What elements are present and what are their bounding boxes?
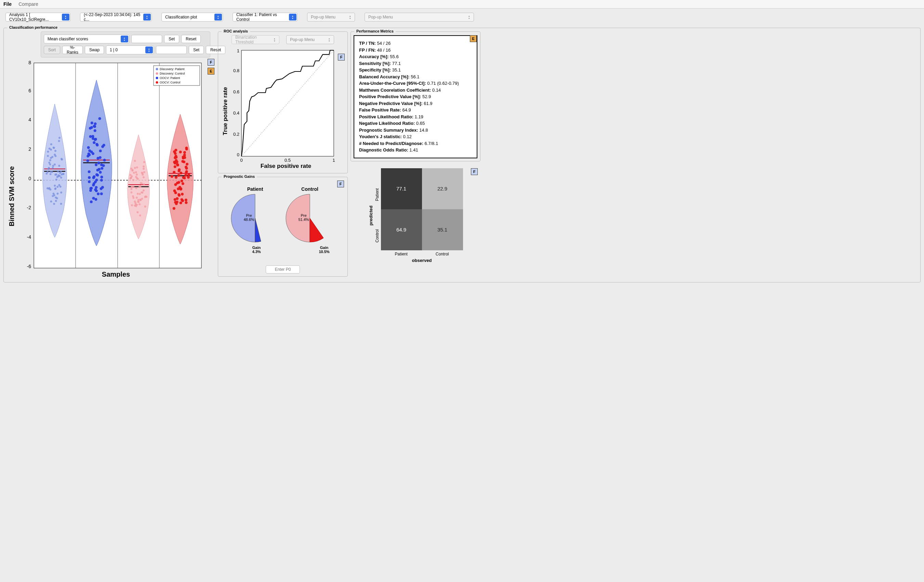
timestamp-select[interactable]: (<-22-Sep-2023 10:34:04): 145 c... (80, 13, 152, 21)
svg-point-129 (94, 198, 97, 201)
order-select[interactable]: 1 | 0 (106, 46, 154, 54)
svg-point-249 (185, 171, 188, 174)
svg-point-273 (186, 163, 188, 165)
enter-p0-input[interactable] (266, 265, 300, 274)
score-select[interactable]: Mean classifier scores (44, 35, 129, 43)
svg-point-84 (58, 175, 60, 176)
svg-point-73 (54, 174, 56, 176)
svg-point-46 (58, 137, 61, 139)
badge-f-gains[interactable]: F (337, 181, 344, 187)
input2[interactable] (156, 46, 187, 54)
analysis-select[interactable]: Analysis 1 [ CV10x10_SclRegre... (5, 13, 71, 21)
svg-point-128 (88, 150, 91, 152)
conf-cell-0-0: 77.1 (381, 168, 422, 209)
ranks-button[interactable]: %-Ranks (62, 46, 83, 54)
svg-point-231 (182, 182, 184, 185)
badge-f-roc[interactable]: F (338, 54, 345, 61)
input1[interactable] (131, 35, 162, 43)
classification-performance-panel: Classification performance Mean classifi… (3, 28, 921, 282)
badge-e-metrics[interactable]: E (470, 35, 477, 42)
svg-point-197 (135, 187, 137, 189)
svg-point-210 (143, 171, 145, 173)
svg-text:0: 0 (237, 152, 239, 157)
set-button-2[interactable]: Set (189, 46, 204, 54)
badge-e-violin[interactable]: E (208, 68, 214, 74)
sort-button[interactable]: Sort (44, 46, 60, 54)
svg-point-196 (132, 169, 134, 171)
plottype-select[interactable]: Classification plot (162, 13, 223, 21)
svg-point-264 (180, 171, 182, 175)
badge-f-violin[interactable]: F (208, 59, 214, 66)
svg-text:0.2: 0.2 (233, 132, 239, 137)
conf-cell-1-1: 35.1 (422, 209, 463, 250)
svg-point-185 (134, 160, 136, 162)
svg-point-142 (103, 159, 106, 162)
svg-point-139 (87, 146, 90, 149)
reset-button-1[interactable]: Reset (181, 35, 201, 43)
svg-text:6: 6 (28, 88, 31, 93)
svg-point-118 (101, 186, 104, 189)
roc-panel: ROC analysis Binarization Threshold Pop-… (218, 31, 348, 173)
metric-row: Prognostic Summary Index: 14.8 (359, 127, 472, 134)
menu-compare[interactable]: Compare (18, 2, 38, 7)
violin-xlabel: Samples (102, 270, 130, 278)
svg-point-125 (95, 163, 97, 166)
svg-point-270 (185, 147, 188, 150)
metric-row: Negative Predictive Value [%]: 61.9 (359, 100, 472, 107)
svg-point-208 (130, 186, 133, 188)
svg-text:8: 8 (28, 60, 31, 65)
metrics-panel: Performance Metrics E TP / TN: 54 / 26FP… (350, 31, 480, 162)
svg-point-57 (49, 159, 51, 161)
svg-text:False positive rate: False positive rate (261, 163, 311, 169)
svg-point-263 (175, 159, 178, 162)
svg-text:Pre: Pre (246, 213, 252, 218)
set-button-1[interactable]: Set (164, 35, 179, 43)
svg-point-28 (60, 203, 62, 205)
svg-point-214 (130, 174, 132, 176)
svg-point-284 (156, 73, 158, 75)
classifier-select[interactable]: Classifier 1: Patient vs Control (233, 13, 297, 21)
swap-button[interactable]: Swap (85, 46, 104, 54)
svg-point-244 (173, 171, 175, 174)
svg-text:0: 0 (28, 176, 31, 181)
svg-point-64 (46, 187, 49, 190)
menu-file[interactable]: File (3, 2, 12, 7)
svg-point-75 (56, 197, 58, 199)
roc-popup-select[interactable]: Pop-up Menu (286, 35, 334, 44)
svg-text:OOCV: Control: OOCV: Control (160, 81, 180, 84)
toolbar: Analysis 1 [ CV10x10_SclRegre... (<-22-S… (0, 8, 924, 26)
svg-point-205 (136, 167, 138, 168)
metric-row: False Positive Rate: 64.9 (359, 107, 472, 114)
popup1-select[interactable]: Pop-up Menu (307, 13, 355, 21)
svg-point-212 (141, 171, 143, 174)
svg-point-137 (92, 152, 94, 155)
svg-point-102 (92, 197, 95, 200)
svg-point-163 (143, 165, 145, 168)
svg-text:51.4%: 51.4% (298, 218, 309, 222)
svg-point-149 (100, 163, 103, 166)
svg-point-138 (90, 126, 93, 129)
svg-text:Discovery: Patient: Discovery: Patient (160, 68, 185, 71)
svg-point-79 (54, 150, 56, 152)
svg-point-203 (135, 205, 137, 207)
svg-point-23 (55, 200, 57, 202)
svg-point-269 (175, 176, 178, 179)
svg-point-72 (55, 178, 58, 181)
metric-row: Accuracy [%]: 55.6 (359, 53, 472, 60)
metric-row: Sensitivity [%]: 77.1 (359, 60, 472, 67)
svg-point-80 (58, 140, 60, 142)
svg-text:Gain: Gain (252, 246, 261, 250)
svg-point-211 (139, 193, 141, 195)
svg-text:1: 1 (237, 48, 239, 53)
svg-point-277 (187, 173, 190, 176)
gains-plot: Patient Control Pre 48.6% Gain 4.3% Pre … (221, 181, 344, 268)
svg-point-189 (135, 171, 137, 173)
popup2-select[interactable]: Pop-up Menu (365, 13, 474, 21)
badge-f-conf[interactable]: F (471, 168, 478, 175)
svg-text:0.8: 0.8 (233, 68, 239, 73)
svg-point-215 (144, 206, 146, 208)
svg-point-266 (173, 190, 176, 192)
svg-text:4.3%: 4.3% (252, 250, 261, 254)
svg-text:Gain: Gain (320, 246, 328, 250)
svg-point-59 (54, 188, 56, 190)
